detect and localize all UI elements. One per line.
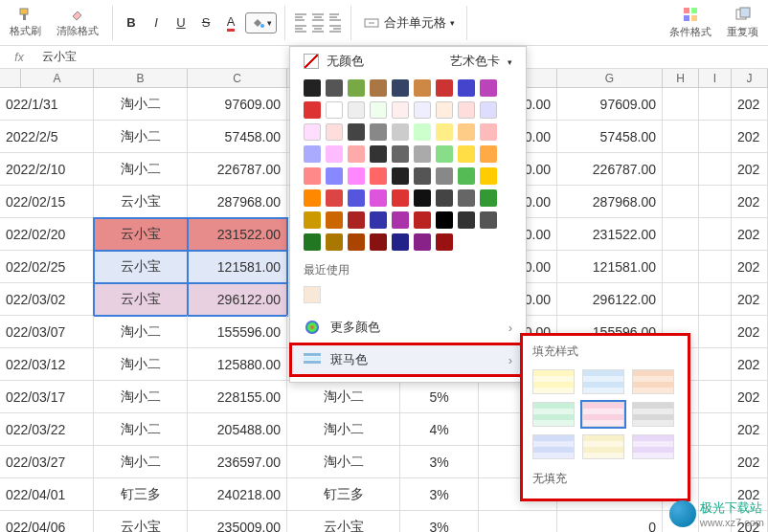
cell[interactable]: 淘小二 xyxy=(94,121,188,153)
color-swatch[interactable] xyxy=(436,123,453,141)
color-swatch[interactable] xyxy=(304,145,321,163)
duplicates-group[interactable]: 重复项 xyxy=(721,6,764,39)
recent-color-swatch[interactable] xyxy=(304,286,321,303)
color-swatch[interactable] xyxy=(392,167,409,185)
cell[interactable]: 云小宝 xyxy=(94,186,188,218)
align-right-icon[interactable] xyxy=(328,24,343,33)
cell[interactable] xyxy=(699,153,732,186)
zebra-color-item[interactable]: 斑马色 › xyxy=(290,344,526,376)
color-swatch[interactable] xyxy=(414,167,431,185)
color-swatch[interactable] xyxy=(304,123,321,141)
color-swatch[interactable] xyxy=(304,233,321,251)
color-swatch[interactable] xyxy=(458,101,475,119)
color-swatch[interactable] xyxy=(392,79,409,97)
cell[interactable]: 202 xyxy=(732,218,768,251)
font-color-button[interactable]: A xyxy=(220,12,241,33)
cell[interactable] xyxy=(699,283,732,316)
cell[interactable]: 97609.00 xyxy=(188,88,287,121)
cell[interactable] xyxy=(699,251,732,283)
color-swatch[interactable] xyxy=(458,145,475,163)
color-swatch[interactable] xyxy=(304,79,321,97)
cell[interactable]: 121581.00 xyxy=(557,251,663,283)
cell[interactable]: 240218.00 xyxy=(188,478,287,511)
cell[interactable]: 287968.00 xyxy=(188,186,287,218)
cell[interactable] xyxy=(699,316,732,348)
color-swatch[interactable] xyxy=(414,189,431,207)
cell[interactable]: 钉三多 xyxy=(287,478,400,511)
formula-value[interactable]: 云小宝 xyxy=(38,49,77,65)
zebra-style-swatch[interactable] xyxy=(532,369,575,394)
fill-color-button[interactable]: ▾ xyxy=(245,12,277,33)
cell[interactable]: 3% xyxy=(400,511,479,532)
cell[interactable]: 226787.00 xyxy=(188,153,287,186)
color-swatch[interactable] xyxy=(436,211,453,229)
cell[interactable]: 022/03/02 xyxy=(0,283,94,316)
color-swatch[interactable] xyxy=(326,123,343,141)
format-painter-group[interactable]: 格式刷 xyxy=(4,7,47,38)
cell[interactable] xyxy=(699,88,732,121)
color-swatch[interactable] xyxy=(414,233,431,251)
color-swatch[interactable] xyxy=(326,79,343,97)
cell[interactable]: 202 xyxy=(732,413,768,446)
cell[interactable]: 淘小二 xyxy=(94,413,188,446)
color-swatch[interactable] xyxy=(392,123,409,141)
cell[interactable]: 云小宝 xyxy=(94,511,188,532)
cell[interactable] xyxy=(699,121,732,153)
color-swatch[interactable] xyxy=(414,101,431,119)
color-swatch[interactable] xyxy=(436,79,453,97)
cell[interactable]: 022/04/06 xyxy=(0,511,94,532)
color-swatch[interactable] xyxy=(304,211,321,229)
color-swatch[interactable] xyxy=(370,211,387,229)
cell[interactable]: 3% xyxy=(400,478,479,511)
col-header-i[interactable]: I xyxy=(699,69,732,87)
color-swatch[interactable] xyxy=(436,145,453,163)
zebra-style-swatch[interactable] xyxy=(632,369,674,394)
color-swatch[interactable] xyxy=(436,233,453,251)
color-swatch[interactable] xyxy=(326,211,343,229)
alignment-group[interactable] xyxy=(293,12,343,33)
cell[interactable]: 淘小二 xyxy=(287,381,400,413)
cell[interactable]: 钉三多 xyxy=(94,478,188,511)
align-bottom-icon[interactable] xyxy=(328,12,343,22)
zebra-style-swatch[interactable] xyxy=(532,434,575,459)
color-swatch[interactable] xyxy=(480,145,497,163)
align-middle-icon[interactable] xyxy=(310,12,326,22)
cell[interactable]: 0 xyxy=(557,511,663,532)
color-swatch[interactable] xyxy=(370,123,387,141)
cell[interactable] xyxy=(699,446,732,478)
align-center-icon[interactable] xyxy=(310,24,326,33)
color-swatch[interactable] xyxy=(458,211,475,229)
color-swatch[interactable] xyxy=(480,211,497,229)
cell[interactable]: 57458.00 xyxy=(188,121,287,153)
cell[interactable] xyxy=(663,218,699,251)
col-header-g[interactable]: G xyxy=(557,69,663,87)
color-swatch[interactable] xyxy=(392,101,409,119)
color-swatch[interactable] xyxy=(304,101,321,119)
cell[interactable] xyxy=(663,186,699,218)
cell[interactable]: 022/02/25 xyxy=(0,251,94,283)
cell[interactable]: 4% xyxy=(400,413,479,446)
cell[interactable] xyxy=(663,153,699,186)
cell[interactable]: 022/03/27 xyxy=(0,446,94,478)
color-swatch[interactable] xyxy=(326,189,343,207)
cell[interactable] xyxy=(699,381,732,413)
cell[interactable]: 022/02/20 xyxy=(0,218,94,251)
art-card-dropdown[interactable]: 艺术色卡 ▾ xyxy=(450,53,512,70)
cell[interactable]: 296122.00 xyxy=(557,283,663,316)
color-swatch[interactable] xyxy=(304,167,321,185)
color-swatch[interactable] xyxy=(392,211,409,229)
cell[interactable]: 淘小二 xyxy=(287,446,400,478)
cell[interactable]: 022/03/07 xyxy=(0,316,94,348)
cell[interactable]: 022/04/01 xyxy=(0,478,94,511)
color-swatch[interactable] xyxy=(480,167,497,185)
cell[interactable]: 296122.00 xyxy=(188,283,287,316)
cell[interactable]: 022/1/31 xyxy=(0,88,94,121)
color-swatch[interactable] xyxy=(458,79,475,97)
zebra-style-swatch[interactable] xyxy=(582,434,624,459)
no-fill-option[interactable]: 无填充 xyxy=(532,467,678,487)
color-swatch[interactable] xyxy=(348,167,365,185)
color-swatch[interactable] xyxy=(436,101,453,119)
color-swatch[interactable] xyxy=(436,167,453,185)
cell[interactable]: 287968.00 xyxy=(557,186,663,218)
color-swatch[interactable] xyxy=(326,101,343,119)
